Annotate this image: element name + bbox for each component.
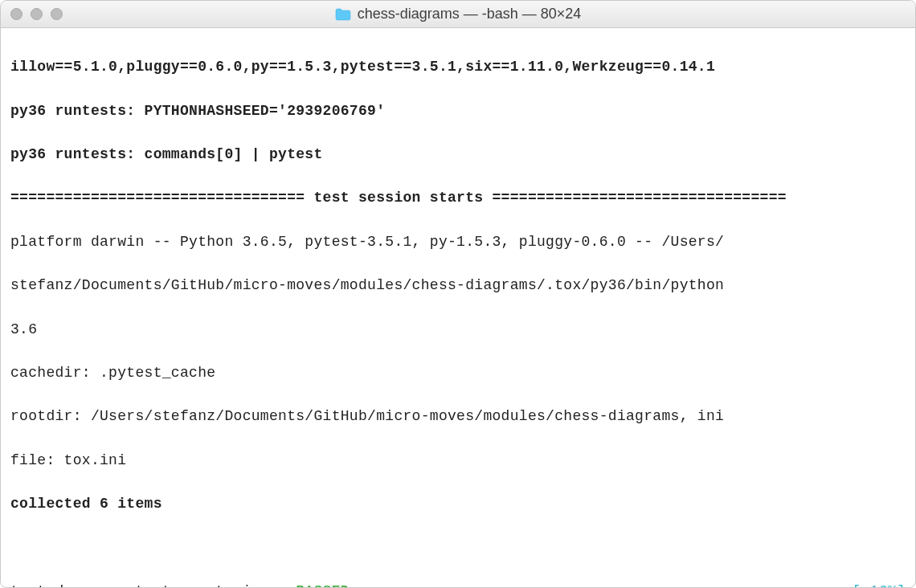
terminal-output[interactable]: illow==5.1.0,pluggy==0.6.0,py==1.5.3,pyt…: [1, 28, 915, 588]
minimize-icon[interactable]: [31, 8, 43, 20]
commands-line: py36 runtests: commands[0] | pytest: [10, 144, 906, 165]
title-text: chess-diagrams — -bash — 80×24: [358, 6, 582, 22]
test-name: test_draw.py::test_create_image: [10, 583, 296, 588]
traffic-lights: [10, 8, 63, 20]
rootdir-line: rootdir: /Users/stefanz/Documents/GitHub…: [10, 406, 906, 427]
test-row: test_draw.py::test_create_image PASSED[ …: [10, 581, 906, 588]
test-pct: [ 16%]: [852, 581, 906, 588]
window-title: chess-diagrams — -bash — 80×24: [1, 6, 915, 22]
window-titlebar: chess-diagrams — -bash — 80×24: [1, 1, 915, 28]
close-icon[interactable]: [10, 8, 22, 20]
deps-line: illow==5.1.0,pluggy==0.6.0,py==1.5.3,pyt…: [10, 56, 906, 78]
blank-line: [10, 537, 906, 559]
platform-line: platform darwin -- Python 3.6.5, pytest-…: [10, 231, 906, 253]
session-header: ================================= test s…: [10, 187, 906, 209]
test-status: PASSED: [296, 583, 350, 588]
zoom-icon[interactable]: [51, 8, 63, 20]
rootdir-line-2: file: tox.ini: [10, 450, 906, 472]
platform-line-2: stefanz/Documents/GitHub/micro-moves/mod…: [10, 275, 906, 296]
hashseed-line: py36 runtests: PYTHONHASHSEED='293920676…: [10, 100, 906, 122]
platform-line-3: 3.6: [10, 319, 906, 341]
folder-icon: [335, 8, 351, 21]
cachedir-line: cachedir: .pytest_cache: [10, 362, 906, 384]
collected-line: collected 6 items: [10, 493, 906, 515]
